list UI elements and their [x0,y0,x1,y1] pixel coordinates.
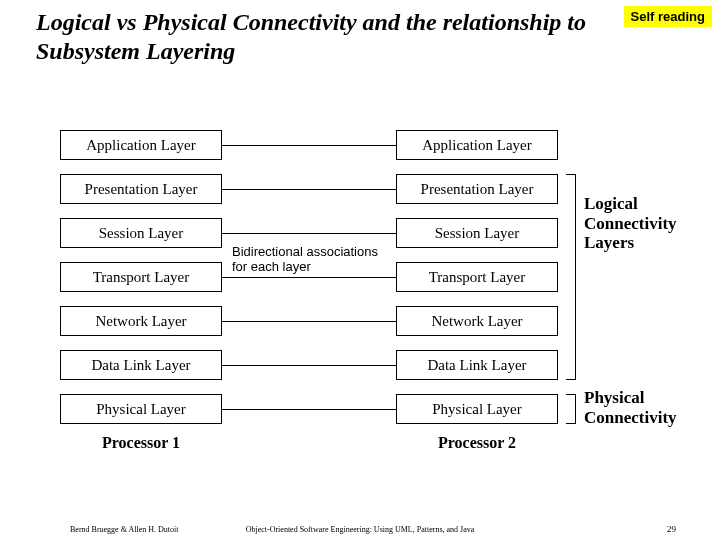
self-reading-badge: Self reading [624,6,712,27]
annotation-logical: Logical Connectivity Layers [584,194,714,253]
layer-box: Application Layer [396,130,558,160]
assoc-line [222,321,396,322]
footer-book: Object-Oriented Software Engineering: Us… [0,525,720,534]
footer-page: 29 [667,524,676,534]
assoc-line [222,189,396,190]
annotation-physical: Physical Connectivity [584,388,714,427]
assoc-line [222,277,396,278]
processor-1-stack: Application Layer Presentation Layer Ses… [60,130,222,452]
layer-box: Data Link Layer [396,350,558,380]
layer-box: Application Layer [60,130,222,160]
layer-box: Physical Layer [60,394,222,424]
layer-box: Presentation Layer [396,174,558,204]
processor-2-label: Processor 2 [396,434,558,452]
bidirectional-note: Bidirectional associa­tions for each lay… [232,244,387,275]
layer-box: Transport Layer [60,262,222,292]
layer-box: Network Layer [396,306,558,336]
layer-box: Network Layer [60,306,222,336]
assoc-line [222,409,396,410]
layer-box: Session Layer [396,218,558,248]
slide-title: Logical vs Physical Connectivity and the… [0,0,680,67]
layer-box: Transport Layer [396,262,558,292]
layer-box: Session Layer [60,218,222,248]
layer-box: Data Link Layer [60,350,222,380]
assoc-line [222,233,396,234]
logical-bracket [566,174,576,380]
assoc-line [222,365,396,366]
osi-diagram: Application Layer Presentation Layer Ses… [0,130,720,490]
processor-2-stack: Application Layer Presentation Layer Ses… [396,130,558,452]
layer-box: Physical Layer [396,394,558,424]
assoc-line [222,145,396,146]
physical-bracket [566,394,576,424]
layer-box: Presentation Layer [60,174,222,204]
processor-1-label: Processor 1 [60,434,222,452]
